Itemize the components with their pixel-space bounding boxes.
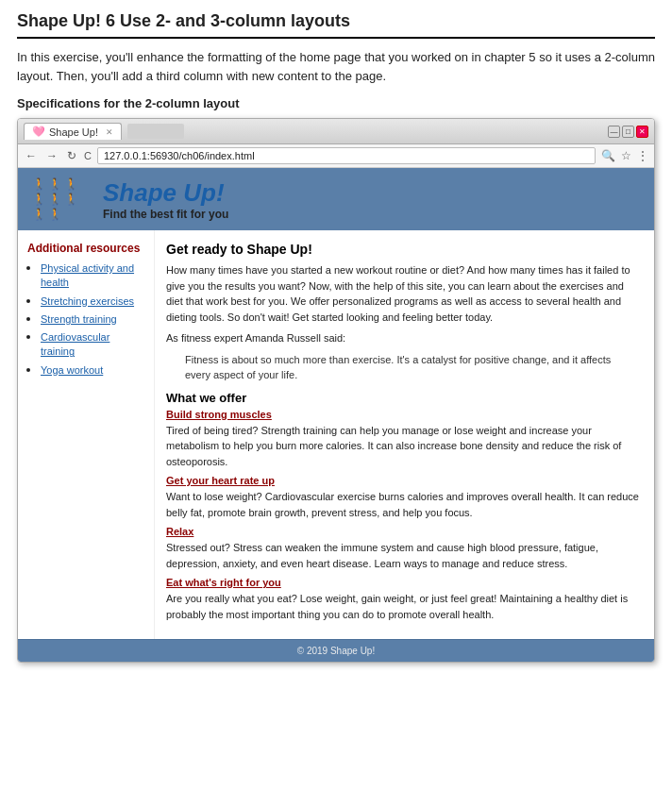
main-intro-p2: As fitness expert Amanda Russell said: <box>166 330 643 346</box>
window-controls: — □ ✕ <box>608 126 648 138</box>
intro-text: In this exercise, you'll enhance the for… <box>17 48 655 85</box>
sidebar-link-2[interactable]: Stretching exercises <box>41 295 134 307</box>
person-icon-1: 🚶 <box>32 177 46 191</box>
site-header: 🚶 🚶 🚶 🚶 🚶 🚶 🚶 🚶 Shape Up! Find the best … <box>18 168 654 230</box>
section-3: Relax Stressed out? Stress can weaken th… <box>166 526 643 571</box>
people-icons: 🚶 🚶 🚶 🚶 🚶 🚶 🚶 🚶 <box>32 177 89 221</box>
list-item: Strength training <box>41 311 144 326</box>
tab-title: Shape Up! <box>49 126 98 138</box>
browser-titlebar-left: 🩷 Shape Up! ✕ <box>24 123 184 140</box>
person-icon-4: 🚶 <box>32 193 46 206</box>
section-1: Build strong muscles Tired of being tire… <box>166 409 643 470</box>
back-button[interactable]: ← <box>24 148 39 163</box>
browser-titlebar: 🩷 Shape Up! ✕ — □ ✕ <box>18 119 654 144</box>
main-intro-p1: How many times have you started a new wo… <box>166 262 643 325</box>
person-icon-6: 🚶 <box>64 193 78 206</box>
section-1-text: Tired of being tired? Strength training … <box>166 423 643 470</box>
page-container: Shape Up! 6 Use 2- and 3-column layouts … <box>17 11 655 663</box>
heart-icon: 🩷 <box>32 126 45 138</box>
site-header-text: Shape Up! Find the best fit for you <box>103 178 228 221</box>
address-bar[interactable]: 127.0.0.1:56930/ch06/index.html <box>97 147 596 164</box>
reload-button[interactable]: ↻ <box>65 148 78 163</box>
section-4-text: Are you really what you eat? Lose weight… <box>166 591 643 622</box>
page-title: Shape Up! 6 Use 2- and 3-column layouts <box>17 11 655 39</box>
list-item: Stretching exercises <box>41 294 144 308</box>
sidebar-link-3[interactable]: Strength training <box>41 313 117 325</box>
section-3-text: Stressed out? Stress can weaken the immu… <box>166 540 643 571</box>
person-icon-7: 🚶 <box>32 208 46 221</box>
search-icon: 🔍 <box>601 149 615 162</box>
site-content: 🚶 🚶 🚶 🚶 🚶 🚶 🚶 🚶 Shape Up! Find the best … <box>18 168 654 662</box>
footer-text: © 2019 Shape Up! <box>297 646 375 656</box>
section-2-text: Want to lose weight? Cardiovascular exer… <box>166 489 643 520</box>
section-3-link[interactable]: Relax <box>166 526 643 537</box>
site-body: Additional resources Physical activity a… <box>18 230 654 639</box>
browser-tab[interactable]: 🩷 Shape Up! ✕ <box>24 123 122 140</box>
site-sidebar: Additional resources Physical activity a… <box>18 230 155 639</box>
person-icon-3: 🚶 <box>64 177 78 191</box>
site-logo: 🚶 🚶 🚶 🚶 🚶 🚶 🚶 🚶 <box>32 177 89 221</box>
close-button[interactable]: ✕ <box>636 126 648 138</box>
site-title: Shape Up! <box>103 178 228 208</box>
sidebar-link-4[interactable]: Cardiovascular training <box>41 331 109 357</box>
bookmark-icon: ☆ <box>621 149 631 162</box>
list-item: Cardiovascular training <box>41 329 144 359</box>
list-item: Physical activity and health <box>41 261 144 290</box>
site-main: Get ready to Shape Up! How many times ha… <box>155 230 654 639</box>
main-heading: Get ready to Shape Up! <box>166 242 643 257</box>
tab-close-icon[interactable]: ✕ <box>106 127 113 137</box>
sidebar-list: Physical activity and health Stretching … <box>27 261 144 377</box>
forward-button[interactable]: → <box>44 148 59 163</box>
sidebar-link-5[interactable]: Yoga workout <box>41 364 103 376</box>
sidebar-link-1[interactable]: Physical activity and health <box>41 262 134 288</box>
section-2-link[interactable]: Get your heart rate up <box>166 475 643 486</box>
site-subtitle: Find the best fit for you <box>103 208 228 221</box>
site-blockquote: Fitness is about so much more than exerc… <box>185 352 624 383</box>
blockquote-text: Fitness is about so much more than exerc… <box>185 354 611 381</box>
site-footer: © 2019 Shape Up! <box>18 639 654 662</box>
browser-window: 🩷 Shape Up! ✕ — □ ✕ ← → ↻ C 127.0.0.1:56… <box>17 118 655 663</box>
browser-toolbar: ← → ↻ C 127.0.0.1:56930/ch06/index.html … <box>18 144 654 168</box>
maximize-button[interactable]: □ <box>622 126 634 138</box>
person-icon-5: 🚶 <box>48 193 62 206</box>
person-icon-2: 🚶 <box>48 177 62 191</box>
section-2: Get your heart rate up Want to lose weig… <box>166 475 643 520</box>
new-tab-area <box>127 124 184 139</box>
spec-heading: Specifications for the 2-column layout <box>17 96 655 110</box>
address-label: C <box>84 150 92 161</box>
section-4-link[interactable]: Eat what's right for you <box>166 577 643 588</box>
list-item: Yoga workout <box>41 362 144 377</box>
minimize-button[interactable]: — <box>608 126 620 138</box>
what-we-offer-heading: What we offer <box>166 391 643 405</box>
section-1-link[interactable]: Build strong muscles <box>166 409 643 420</box>
person-icon-8: 🚶 <box>48 208 62 221</box>
section-4: Eat what's right for you Are you really … <box>166 577 643 622</box>
sidebar-heading: Additional resources <box>27 242 144 255</box>
menu-icon[interactable]: ⋮ <box>637 149 648 162</box>
